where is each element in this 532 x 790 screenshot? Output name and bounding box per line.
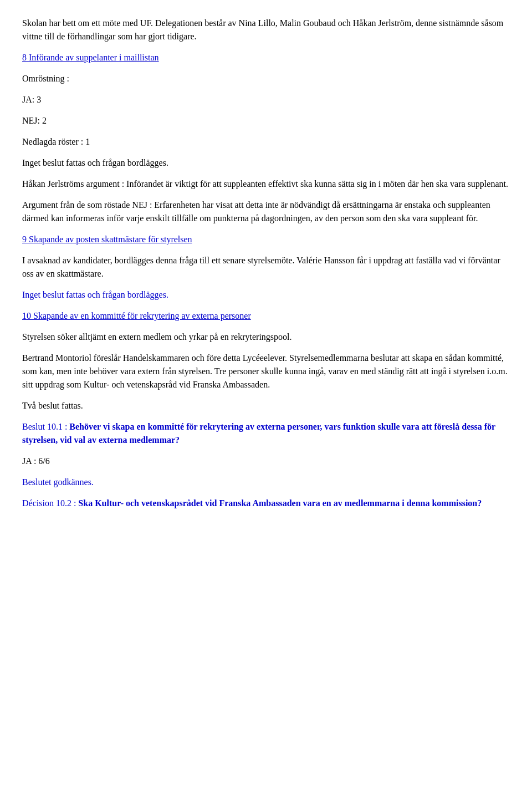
inget-beslut-2: Inget beslut fattas och frågan bordlägge… <box>22 288 510 302</box>
hakan-argument: Håkan Jerlströms argument : Införandet ä… <box>22 177 510 191</box>
nedlagda-label: Nedlagda röster : 1 <box>22 135 510 149</box>
section10-heading: 10 Skapande av en kommitté för rekryteri… <box>22 309 510 323</box>
section8-heading: 8 Införande av suppelanter i maillistan <box>22 51 510 64</box>
ja-6-6: JA : 6/6 <box>22 455 510 468</box>
beslut-10-1-bold: Behöver vi skapa en kommitté för rekryte… <box>22 422 495 445</box>
beslut-10-1: Beslut 10.1 : Behöver vi skapa en kommit… <box>22 420 510 447</box>
page-content: Skolan har bett om ett möte med UF. Dele… <box>22 17 510 510</box>
inget-beslut-1: Inget beslut fattas och frågan bordlägge… <box>22 156 510 170</box>
section9-paragraph: I avsaknad av kandidater, bordlägges den… <box>22 254 510 281</box>
decision-10-2: Décision 10.2 : Ska Kultur- och vetenska… <box>22 497 510 510</box>
ja-label: JA: 3 <box>22 93 510 106</box>
beslut-10-1-prefix: Beslut 10.1 : <box>22 422 69 431</box>
decision-10-2-bold: Ska Kultur- och vetenskapsrådet vid Fran… <box>78 498 482 508</box>
section9-heading: 9 Skapande av posten skattmästare för st… <box>22 233 510 246</box>
omrostning-label: Omröstning : <box>22 72 510 85</box>
nej-argument: Argument från de som röstade NEJ : Erfar… <box>22 198 510 225</box>
intro-paragraph: Skolan har bett om ett möte med UF. Dele… <box>22 17 510 43</box>
section10-paragraph1: Styrelsen söker alltjämt en extern medle… <box>22 330 510 344</box>
tva-beslut: Två beslut fattas. <box>22 399 510 412</box>
nej-label: NEJ: 2 <box>22 114 510 128</box>
decision-10-2-prefix: Décision 10.2 : <box>22 498 78 508</box>
section10-paragraph2: Bertrand Montoriol föreslår Handelskamma… <box>22 351 510 391</box>
beslutet-godkannes: Beslutet godkännes. <box>22 476 510 489</box>
